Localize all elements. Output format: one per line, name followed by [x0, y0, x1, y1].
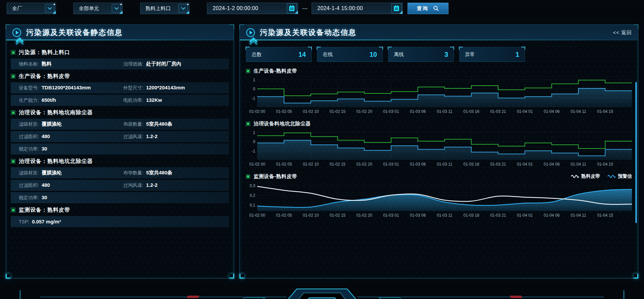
- section-header-label: 生产设备：熟料皮带: [19, 73, 70, 80]
- query-button[interactable]: 查询: [408, 3, 448, 14]
- date-from-input[interactable]: 2024-1-2 00:00:00: [207, 3, 298, 14]
- x-tick-label: 01-03 16: [464, 162, 479, 167]
- info-row: 设备型号:TDB1200*204143mm外型尺寸:1200*204143mm: [11, 82, 229, 93]
- legend-item[interactable]: 熟料皮带: [571, 173, 600, 179]
- footer-decoration: [0, 284, 644, 299]
- x-tick-label: 01-03 06: [410, 109, 426, 114]
- calendar-icon[interactable]: [391, 3, 401, 13]
- play-icon: [246, 28, 255, 37]
- y-tick-label: 1: [253, 78, 255, 82]
- charts-area: 生产设备-熟料皮带10-1 01-02 0001-02 0501-02 1001…: [246, 67, 632, 218]
- info-label: 布华数量:: [123, 170, 144, 176]
- section-header: 监测设备：熟料皮带: [11, 205, 229, 215]
- x-tick-label: 01-03 01: [383, 162, 399, 167]
- chart-title: 治理设备料地坑北除尘器: [254, 121, 311, 127]
- info-cell: 电机功率:132Kw: [123, 97, 228, 103]
- right-panel-scrollbar[interactable]: [635, 82, 637, 223]
- info-cell: 过鸿风速:1.2-2: [123, 182, 228, 188]
- chart-2: 监测设备-熟料皮带熟料皮带预警信0.30.20.1 01-02 0001-02 …: [246, 172, 632, 218]
- dynamic-panel-title: 污染源及关联设备动态信息: [260, 28, 357, 38]
- chevron-down-icon[interactable]: [45, 4, 54, 13]
- x-tick-label: 01-03 16: [464, 109, 479, 114]
- info-label: 治理措施:: [123, 61, 144, 67]
- y-tick-label: 0.3: [250, 183, 255, 188]
- info-label: 物料名称:: [19, 61, 39, 67]
- stat-label: 异常: [465, 51, 475, 58]
- info-value: 覆膜涤纶: [42, 170, 62, 176]
- date-from-value: 2024-1-2 00:00:00: [213, 5, 258, 11]
- factory-select[interactable]: 全厂: [7, 3, 56, 14]
- y-tick-label: -1: [252, 149, 255, 154]
- x-tick-label: 01-04 01: [517, 162, 533, 167]
- info-label: 滤袋材质:: [19, 121, 39, 127]
- info-row: 生产能力:650t/h电机功率:132Kw: [11, 95, 229, 106]
- info-value: 5室共480条: [146, 170, 172, 176]
- x-tick-label: 01-02 20: [356, 162, 372, 167]
- y-axis: 10-1: [246, 77, 257, 107]
- bracket-decoration: [246, 47, 250, 50]
- x-tick-label: 01-02 20: [356, 109, 372, 114]
- x-tick-label: 01-04 01: [517, 213, 533, 218]
- stat-value: 3: [444, 51, 448, 58]
- x-tick-label: 01-04 06: [544, 213, 559, 218]
- stat-card[interactable]: 离线3: [388, 47, 454, 62]
- info-cell: 设备型号:TDB1200*204143mm: [19, 85, 123, 91]
- info-cell: 治理措施:处于封闭厂房内: [123, 61, 228, 67]
- chart-title-row: 监测设备-熟料皮带熟料皮带预警信: [246, 172, 632, 180]
- x-tick-label: 01-03 11: [437, 213, 452, 218]
- static-info-list: 污染源：熟料上料口物料名称:熟料治理措施:处于封闭厂房内生产设备：熟料皮带设备型…: [6, 40, 234, 227]
- info-label: 滤袋材质:: [19, 170, 39, 176]
- x-tick-label: 01-04 15: [597, 109, 613, 114]
- info-value: 0.057 mg/m³: [32, 219, 61, 224]
- top-filter-bar: 全厂 全部单元 熟料上料口 2024-1-2 00:00:00 — 2024-1…: [0, 0, 644, 17]
- info-label: 过滤风速:: [123, 134, 144, 140]
- info-cell: 额定功率:30: [19, 146, 123, 152]
- info-row: 过滤面积:480过滤风速:1.2-2: [11, 131, 229, 142]
- green-square-icon: [11, 50, 15, 55]
- x-axis: 01-02 0001-02 0501-02 1001-02 1501-02 20…: [257, 161, 632, 167]
- info-value: 1.2-2: [146, 182, 157, 188]
- dynamic-content: 总数14在线10离线3异常1 生产设备-熟料皮带10-1 01-02 0001-…: [240, 40, 638, 218]
- info-row: 过滤面积:480过鸿风速:1.2-2: [11, 180, 229, 191]
- chevron-decoration: [250, 39, 257, 45]
- factory-select-value: 全厂: [12, 5, 22, 12]
- back-button[interactable]: << 返回: [613, 30, 632, 36]
- date-to-input[interactable]: 2024-1-4 15:00:00: [312, 3, 403, 14]
- x-tick-label: 01-04 11: [571, 109, 586, 114]
- info-label: 外型尺寸:: [123, 85, 144, 91]
- x-tick-label: 01-03 01: [383, 109, 399, 114]
- info-label: 设备型号:: [19, 85, 39, 91]
- section-header-label: 治理设备：熟料地坑北除尘器: [19, 158, 93, 165]
- stat-card[interactable]: 异常1: [459, 47, 525, 62]
- chart-svg: [257, 182, 632, 211]
- green-square-icon: [11, 208, 15, 212]
- chevron-down-icon[interactable]: [112, 4, 121, 13]
- section-header: 生产设备：熟料皮带: [11, 71, 229, 82]
- x-tick-label: 01-04 15: [597, 213, 613, 218]
- chevron-down-icon[interactable]: [178, 4, 188, 13]
- x-tick-label: 01-04 06: [544, 162, 559, 167]
- y-tick-label: 1: [253, 130, 255, 135]
- section-header-label: 监测设备：熟料皮带: [19, 207, 70, 214]
- x-tick-label: 01-03 16: [464, 213, 479, 218]
- bracket-decoration: [379, 47, 383, 50]
- pollution-source-select[interactable]: 熟料上料口: [140, 3, 190, 14]
- unit-select[interactable]: 全部单元: [73, 3, 123, 14]
- chart-svg: [257, 77, 632, 107]
- y-axis: 10-1: [246, 130, 257, 160]
- green-square-icon: [246, 122, 250, 126]
- x-tick-label: 01-02 20: [356, 213, 372, 218]
- x-tick-label: 01-02 15: [330, 213, 345, 218]
- info-row: 物料名称:熟料治理措施:处于封闭厂房内: [11, 58, 229, 70]
- info-cell: 滤袋材质:覆膜涤纶: [19, 121, 123, 127]
- static-panel-title: 污染源及关联设备静态信息: [26, 28, 123, 38]
- stat-card[interactable]: 总数14: [246, 47, 312, 62]
- info-row: TSP:0.057 mg/m³: [11, 216, 229, 227]
- x-tick-label: 01-03 21: [490, 162, 506, 167]
- dynamic-info-title-bar: 污染源及关联设备动态信息 << 返回: [240, 25, 638, 40]
- stat-card[interactable]: 在线10: [317, 47, 383, 62]
- legend-item[interactable]: 预警信: [607, 173, 632, 179]
- info-label: 额定功率:: [19, 146, 39, 152]
- calendar-icon[interactable]: [287, 3, 297, 13]
- stat-label: 在线: [323, 51, 333, 58]
